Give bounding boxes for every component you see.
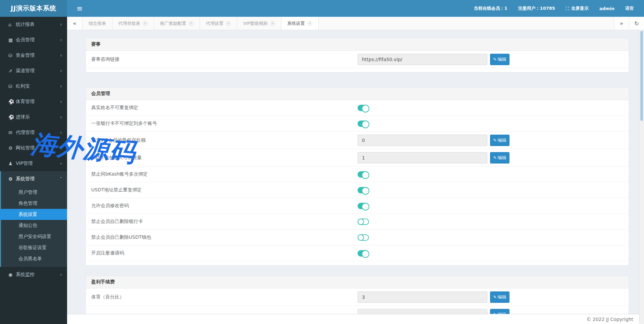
close-icon[interactable]: × [270, 21, 275, 26]
toggle-switch[interactable] [358, 105, 369, 111]
sidebar-item-system[interactable]: ⚙ 系统管理 ˇ [1, 171, 67, 187]
submenu-item-system-settings[interactable]: 系统设置 [0, 209, 67, 220]
sidebar-item-website[interactable]: ⚙ 网站管理 ‹ [0, 140, 67, 156]
double-chevron-right-icon: » [620, 20, 623, 27]
toggle-switch[interactable] [358, 171, 369, 178]
match-link-input[interactable] [358, 54, 487, 65]
goal-icon: ⚽ [8, 114, 16, 120]
sidebar-item-funds[interactable]: ⛁ 资金管理 ‹ [0, 48, 67, 63]
setting-label: 禁止会员自己删除银行卡 [91, 219, 358, 225]
close-icon[interactable]: × [226, 21, 231, 26]
tab-agent-balance[interactable]: 代理存提差 × [112, 17, 154, 30]
close-icon[interactable]: × [143, 21, 148, 26]
user-menu[interactable]: admin [594, 0, 620, 17]
submenu-item-user-management[interactable]: 用户管理 [1, 187, 67, 198]
language-menu[interactable]: 语言 [620, 0, 639, 17]
vertical-scrollbar[interactable] [639, 30, 644, 324]
setting-label: 禁止同bKash账号多次绑定 [91, 171, 358, 177]
tabs-scroll-left-button[interactable]: « [67, 17, 83, 30]
sidebar-item-agents[interactable]: ✉ 代理管理 ‹ [0, 125, 67, 140]
toggle-switch[interactable] [358, 203, 369, 209]
edit-button[interactable]: ✎ 编辑 [490, 291, 509, 303]
section-title: 会员管理 [86, 88, 629, 100]
edit-icon: ✎ [493, 57, 496, 62]
section-title: 赛事 [86, 38, 629, 51]
sidebar-item-label: 资金管理 [16, 52, 35, 58]
edit-button-label: 编辑 [498, 294, 506, 300]
refresh-tab-button[interactable]: ↻ [629, 17, 644, 30]
registered-users-stat: 注册用户：10785 [513, 0, 560, 17]
sports-percent-input[interactable] [358, 291, 487, 303]
page-footer: © 2022 JJ Copyright [67, 314, 644, 324]
navbar-body: ≡ 当前在线会员：1 注册用户：10785 ⛶ 全屏显示 admin 语言 [67, 0, 644, 17]
sidebar-item-channels[interactable]: ⇗ 渠道管理 ‹ [0, 63, 67, 79]
admin-app: JJ演示版本系统 ≡ 当前在线会员：1 注册用户：10785 ⛶ 全屏显示 ad… [0, 0, 644, 324]
edit-icon: ✎ [493, 138, 496, 143]
sidebar-item-label: 统计报表 [16, 21, 35, 28]
edit-button[interactable]: ✎ 编辑 [490, 54, 509, 65]
members-icon: ▦ [8, 37, 16, 43]
chevron-left-icon: ‹ [60, 272, 62, 278]
setting-label: USDT地址禁止重复绑定 [91, 187, 358, 193]
section-member-management: 会员管理 真实姓名不可重复绑定 一张银行卡不可绑定到多个账号 成为VIP会员的最… [86, 87, 629, 266]
submenu-item-notices[interactable]: 通知公告 [1, 220, 67, 231]
sidebar-toggle-button[interactable]: ≡ [67, 0, 92, 17]
submenu-item-blacklist[interactable]: 会员黑名单 [1, 253, 67, 264]
edit-icon: ✎ [493, 295, 496, 299]
edit-button[interactable]: ✎ 编辑 [490, 152, 509, 164]
usdt-max-bind-input[interactable] [358, 152, 487, 164]
setting-row: 真实姓名不可重复绑定 [86, 100, 629, 116]
setting-label: 开启注册邀请码 [91, 250, 358, 256]
setting-row: USDT钱包最大可绑数量 ✎ 编辑 [86, 149, 629, 167]
submenu-item-role-management[interactable]: 角色管理 [1, 198, 67, 209]
tab-bar: « 综合报表 代理存提差 × 推广奖励配置 × 代理设置 × VIP晋级规则 ×… [67, 17, 644, 30]
fullscreen-button[interactable]: ⛶ 全屏显示 [560, 0, 594, 17]
sidebar-item-label: 体育管理 [16, 99, 35, 105]
tabs-scroll-right-button[interactable]: » [614, 17, 629, 30]
chevron-left-icon: ‹ [60, 160, 62, 167]
setting-row: 一张银行卡不可绑定到多个账号 [86, 116, 629, 132]
fullscreen-label: 全屏显示 [571, 5, 589, 11]
close-icon[interactable]: × [189, 21, 194, 26]
toggle-switch[interactable] [358, 187, 369, 193]
edit-button-label: 编辑 [498, 155, 506, 161]
tab-system-settings[interactable]: 系统设置 × [281, 17, 319, 30]
main-content: 赛事 赛事咨询链接 ✎ 编辑 会员管理 真实姓名不可重复绑定 [67, 30, 644, 324]
close-icon[interactable]: × [308, 21, 312, 26]
tab-label: VIP晋级规则 [243, 20, 268, 27]
app-brand[interactable]: JJ演示版本系统 [0, 0, 67, 17]
submenu-item-google-verify[interactable]: 谷歌验证设置 [1, 242, 67, 253]
vip-icon: ♟ [8, 161, 16, 166]
sidebar-item-monitor[interactable]: ◉ 系统监控 ‹ [0, 267, 67, 282]
toggle-switch[interactable] [358, 219, 369, 225]
tab-overview-report[interactable]: 综合报表 [83, 17, 112, 30]
sidebar-item-members[interactable]: ▦ 会员管理 ‹ [0, 32, 67, 48]
toggle-switch[interactable] [358, 121, 369, 127]
sidebar-item-bonus[interactable]: ⛁ 红利宝 ‹ [0, 79, 67, 94]
setting-row: 成为VIP会员的最低存款额 ✎ 编辑 [86, 132, 629, 149]
top-navbar: JJ演示版本系统 ≡ 当前在线会员：1 注册用户：10785 ⛶ 全屏显示 ad… [0, 0, 644, 17]
sidebar-item-vip[interactable]: ♟ VIP管理 ‹ [0, 156, 67, 171]
submenu-item-security-code[interactable]: 用户安全码设置 [1, 231, 67, 242]
tab-promo-reward-config[interactable]: 推广奖励配置 × [154, 17, 200, 30]
setting-label: 允许会员修改密码 [91, 203, 358, 209]
sidebar-item-goal[interactable]: ⚽ 进球乐 ‹ [0, 109, 67, 125]
chevron-left-icon: ‹ [60, 37, 62, 43]
card-padding [86, 68, 629, 72]
navbar-right: 当前在线会员：1 注册用户：10785 ⛶ 全屏显示 admin 语言 [469, 0, 644, 17]
toggle-switch[interactable] [358, 250, 369, 257]
tab-vip-promotion-rules[interactable]: VIP晋级规则 × [237, 17, 281, 30]
chevron-left-icon: ‹ [60, 99, 62, 105]
toggle-switch[interactable] [358, 234, 369, 241]
edit-button-label: 编辑 [498, 137, 506, 143]
setting-control: ✎ 编辑 [358, 291, 623, 303]
sidebar-item-label: 渠道管理 [16, 68, 35, 74]
sidebar-item-label: 系统监控 [16, 272, 35, 278]
min-deposit-input[interactable] [358, 135, 487, 146]
edit-button[interactable]: ✎ 编辑 [490, 135, 509, 146]
tab-agent-settings[interactable]: 代理设置 × [200, 17, 237, 30]
sidebar-item-statistics[interactable]: ⌂ 统计报表 ‹ [0, 17, 67, 32]
section-title: 盈利手续费 [86, 276, 629, 288]
scrollbar-thumb[interactable] [640, 31, 643, 121]
sidebar-item-sports[interactable]: ⚽ 体育管理 ‹ [0, 94, 67, 109]
